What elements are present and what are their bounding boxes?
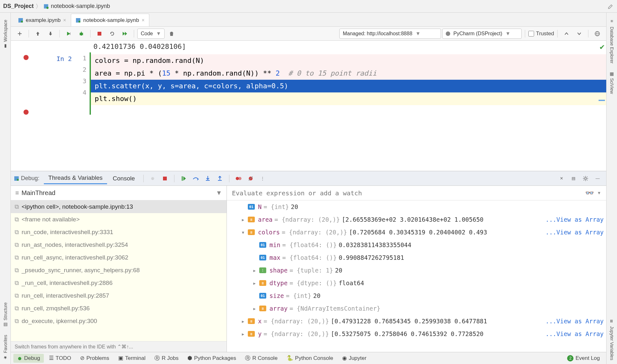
breadcrumb-project[interactable]: DS_Project [3,3,34,10]
left-tool-workspace[interactable]: ▮ Workspace [2,16,9,53]
layout-button[interactable]: ▤ [568,174,579,183]
expand-toggle[interactable]: ▸ [252,305,257,312]
frame-row[interactable]: ⧉_pseudo_sync_runner, async_helpers.py:6… [11,264,227,277]
right-tool-jupyter-vars[interactable]: ≣ Jupyter Variables [608,315,616,364]
more-actions-button[interactable]: ⋮ [257,174,268,183]
var-type: = {NdArrayItemsContainer} [289,305,380,312]
variable-row[interactable]: ▸≡y = {ndarray: (20,)} [0.53275075 0.275… [227,327,606,340]
right-tool-sciview[interactable]: ▦ SciView [608,67,616,98]
frame-row[interactable]: ⧉run_cell_async, interactiveshell.py:306… [11,251,227,264]
code-body[interactable]: colors = np.random.rand(N) area = np.pi … [91,52,606,115]
minimize-panel-button[interactable]: — [592,174,603,183]
view-as-array-link[interactable]: ...View as Array [543,330,604,337]
notebook-file-icon [43,3,51,9]
close-panel-button[interactable]: ✕ [556,174,567,183]
frame-row[interactable]: ⧉<ipython cell>, notebook-sample.ipynb:1… [11,200,227,213]
sb-python-packages[interactable]: ⬢Python Packages [184,354,240,363]
settings-button[interactable] [580,174,591,183]
debug-cell-button[interactable] [76,29,87,39]
move-down-button[interactable] [45,29,56,39]
watch-input[interactable] [232,189,582,197]
frame-row[interactable]: ⧉<frame not available> [11,213,227,226]
step-out-button[interactable] [214,174,225,183]
variable-row[interactable]: ▸⦙shape = {tuple: 1} 20 [227,264,606,277]
left-tool-structure[interactable]: ▤ Structure [2,299,9,331]
thread-selector[interactable]: ≡ MainThread ▼ [11,186,227,200]
tab-threads-variables[interactable]: Threads & Variables [44,172,107,184]
variable-row[interactable]: ▸≡dtype = {dtype: ()} float64 [227,277,606,289]
frame-row[interactable]: ⧉run_code, interactiveshell.py:3331 [11,226,227,239]
tab-notebook-sample[interactable]: notebook-sample.ipynb × [71,14,149,26]
variable-row[interactable]: ▸≡x = {ndarray: (20,)} [0.47931228 0.768… [227,315,606,327]
frame-row[interactable]: ⧉_run_cell, interactiveshell.py:2886 [11,277,227,289]
add-config-button[interactable]: ⊕ [147,174,158,183]
tab-example[interactable]: example.ipynb × [13,14,71,26]
frame-row[interactable]: ⧉run_ast_nodes, interactiveshell.py:3254 [11,239,227,251]
breakpoint-gutter[interactable] [11,52,41,115]
variable-row[interactable]: 01N = {int} 20 [227,200,606,213]
breakpoint-icon[interactable] [24,55,29,60]
sb-todo[interactable]: ☰TODO [45,354,75,363]
variable-row[interactable]: 01size = {int} 20 [227,289,606,302]
open-browser-button[interactable] [592,29,603,39]
left-tool-favorites[interactable]: ★ Favorites [2,331,9,364]
view-as-array-link[interactable]: ...View as Array [543,216,604,223]
breadcrumb-file[interactable]: notebook-sample.ipynb [51,3,110,10]
caret-down-icon[interactable]: ▼ [597,191,601,195]
variable-row[interactable]: ▸≡array = {NdArrayItemsContainer} [227,302,606,315]
trusted-checkbox[interactable]: Trusted [528,30,554,37]
server-select[interactable]: Managed: http://localhost:8888 ▼ [339,29,441,39]
glasses-icon[interactable]: 👓 [585,189,594,197]
sb-event-log[interactable]: 2 Event Log [563,354,604,363]
breakpoint-icon[interactable] [24,110,29,115]
step-into-button[interactable] [202,174,213,183]
variables-list[interactable]: 01N = {int} 20▸≡area = {ndarray: (20,)} … [227,200,606,352]
frame-row[interactable]: ⧉run_cell, interactiveshell.py:2857 [11,289,227,302]
cell-type-select[interactable]: Code ▼ [137,29,165,39]
run-all-button[interactable] [119,29,131,39]
edit-icon[interactable] [607,3,614,10]
expand-toggle[interactable]: ▸ [240,318,246,325]
frames-list[interactable]: ⧉<ipython cell>, notebook-sample.ipynb:1… [11,200,227,341]
view-as-array-link[interactable]: ...View as Array [543,229,604,236]
run-cell-button[interactable] [63,29,74,39]
stop-button[interactable] [94,29,105,39]
expand-toggle[interactable]: ▸ [252,280,257,286]
variable-row[interactable]: 01max = {float64: ()} 0.9908847262795181 [227,251,606,264]
sb-terminal[interactable]: ▣Terminal [114,354,149,363]
expand-toggle[interactable]: ▸ [252,267,257,274]
close-icon[interactable]: × [142,17,145,23]
stop-debug-button[interactable] [159,174,170,183]
kernel-select[interactable]: PyCharm (DSProject) ▼ [442,29,522,39]
expand-toggle[interactable]: ▸ [240,330,246,337]
mute-breakpoints-button[interactable] [245,174,256,183]
frame-row[interactable]: ⧉do_execute, ipkernel.py:300 [11,315,227,327]
variable-row[interactable]: ▾≡colors = {ndarray: (20,)} [0.7205684 0… [227,226,606,239]
variable-row[interactable]: ▸≡area = {ndarray: (20,)} [2.66558369e+0… [227,213,606,226]
sb-r-jobs[interactable]: ⓇR Jobs [151,353,182,363]
sb-problems[interactable]: ⊘Problems [76,354,113,363]
sb-jupyter[interactable]: ◉Jupyter [338,354,370,363]
editor-area[interactable]: ✔ 0.42101736 0.04028106] In 2 1 2 3 4 [11,41,606,171]
variable-row[interactable]: 01min = {float64: ()} 0.0328381143833550… [227,239,606,251]
add-cell-button[interactable] [14,29,25,39]
move-up-button[interactable] [32,29,44,39]
restart-kernel-button[interactable] [106,29,118,39]
expand-toggle[interactable]: ▸ [240,216,246,223]
sb-debug[interactable]: Debug [13,354,44,363]
right-tool-db-explorer[interactable]: ≡ Database Explorer [608,16,616,67]
expand-toggle[interactable]: ▾ [240,229,246,236]
frame-icon: ⧉ [15,267,19,274]
step-over-button[interactable] [190,174,201,183]
next-cell-button[interactable] [573,29,585,39]
view-as-array-link[interactable]: ...View as Array [543,318,604,325]
resume-button[interactable] [178,174,189,183]
view-breakpoints-button[interactable] [233,174,244,183]
delete-cell-button[interactable] [166,29,177,39]
sb-python-console[interactable]: 🐍Python Console [283,354,337,363]
tab-console[interactable]: Console [108,173,139,184]
frame-row[interactable]: ⧉run_cell, zmqshell.py:536 [11,302,227,315]
close-icon[interactable]: × [63,17,66,23]
sb-r-console[interactable]: ⓇR Console [241,353,281,363]
prev-cell-button[interactable] [561,29,572,39]
